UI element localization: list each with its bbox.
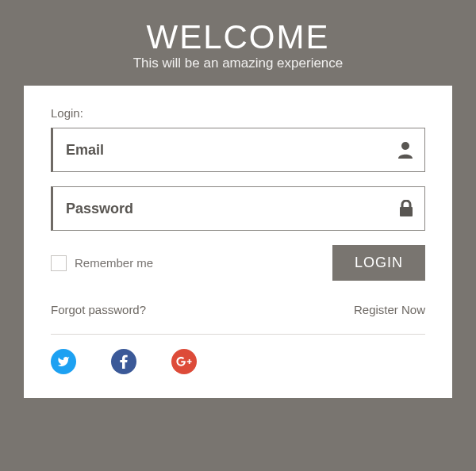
password-field[interactable] (66, 201, 399, 217)
login-label: Login: (51, 106, 425, 120)
svg-rect-1 (400, 207, 413, 216)
twitter-icon[interactable] (51, 349, 76, 374)
password-field-wrapper[interactable] (51, 186, 425, 231)
links-row: Forgot password? Register Now (51, 303, 425, 316)
email-field[interactable] (66, 142, 397, 159)
header: WELCOME This will be an amazing experien… (133, 0, 344, 86)
googleplus-icon[interactable] (171, 349, 197, 374)
forgot-password-link[interactable]: Forgot password? (51, 303, 146, 316)
email-field-wrapper[interactable] (51, 128, 425, 172)
login-card: Login: Remember me LOGIN Forgot password… (24, 86, 452, 398)
social-row (51, 349, 425, 374)
remember-checkbox[interactable] (51, 255, 67, 271)
remember-me[interactable]: Remember me (51, 255, 153, 271)
remember-label: Remember me (75, 256, 153, 270)
page-subtitle: This will be an amazing experience (133, 56, 344, 71)
login-button[interactable]: LOGIN (332, 245, 425, 281)
lock-icon (399, 200, 413, 217)
page-title: WELCOME (133, 21, 344, 54)
divider (51, 334, 425, 335)
facebook-icon[interactable] (111, 349, 136, 374)
svg-point-0 (401, 142, 409, 150)
user-icon (397, 141, 413, 159)
remember-login-row: Remember me LOGIN (51, 245, 425, 281)
register-link[interactable]: Register Now (354, 303, 425, 316)
